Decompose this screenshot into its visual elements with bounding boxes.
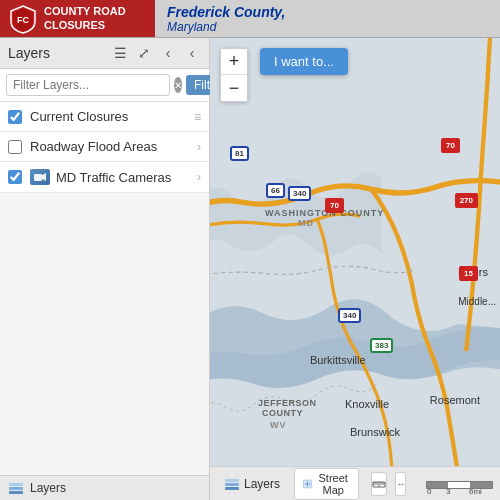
highway-70-badge2: 70 — [441, 138, 460, 153]
highway-270-badge: 270 — [455, 193, 478, 208]
app-logo-icon: FC — [8, 4, 38, 34]
chevron-right-icon: › — [197, 140, 201, 154]
county-title: Frederick County, Maryland — [167, 4, 286, 34]
street-map-icon — [303, 477, 312, 491]
layer-label-roadway-flood: Roadway Flood Areas — [30, 139, 193, 154]
layers-stack-icon — [8, 480, 24, 496]
svg-text:0: 0 — [427, 487, 432, 494]
chevron-right-icon-2: › — [197, 170, 201, 184]
svg-rect-14 — [448, 482, 470, 488]
highway-383-badge: 383 — [370, 338, 393, 353]
svg-rect-3 — [9, 491, 23, 494]
app-title: COUNTY ROAD CLOSURES — [44, 5, 126, 31]
layers-panel-title: Layers — [8, 45, 105, 61]
header-logo-section: FC COUNTY ROAD CLOSURES — [0, 0, 155, 37]
svg-rect-1 — [34, 174, 42, 181]
layers-tab-icon — [224, 476, 240, 492]
map-bottom-bar: Layers Street Map ↔ — [210, 466, 500, 500]
app-header: FC COUNTY ROAD CLOSURES Frederick County… — [0, 0, 500, 38]
street-map-label: Street Map — [316, 472, 350, 496]
camera-layer-icon — [30, 169, 50, 185]
svg-rect-4 — [9, 487, 23, 490]
collapse-left-icon[interactable]: ‹ — [159, 44, 177, 62]
sidebar-panel: Layers ☰ ⤢ ‹ ‹ ✕ Filter Current Closures… — [0, 38, 210, 500]
layers-tab-label: Layers — [30, 481, 66, 495]
highway-70-badge: 70 — [325, 198, 344, 213]
filter-bar: ✕ Filter — [0, 69, 209, 102]
highway-340-south-badge: 340 — [338, 308, 361, 323]
filter-layers-input[interactable] — [6, 74, 170, 96]
title-line2: CLOSURES — [44, 19, 126, 32]
layers-panel-header: Layers ☰ ⤢ ‹ ‹ — [0, 38, 209, 69]
county-line1: Frederick County, — [167, 4, 286, 20]
layer-item-roadway-flood[interactable]: Roadway Flood Areas › — [0, 132, 209, 162]
layers-list: Current Closures ≡ Roadway Flood Areas › — [0, 102, 209, 475]
layer-checkbox-current-closures[interactable] — [8, 110, 22, 124]
svg-text:3: 3 — [446, 487, 451, 494]
back-icon[interactable]: ‹ — [183, 44, 201, 62]
svg-rect-9 — [225, 479, 239, 482]
map-container[interactable]: + − I want to... WASHINGTON COUNTY MD JE… — [210, 38, 500, 500]
title-line1: COUNTY ROAD — [44, 5, 126, 18]
header-county-section: Frederick County, Maryland — [155, 4, 500, 34]
layer-checkbox-roadway-flood[interactable] — [8, 140, 22, 154]
measure-button[interactable]: ↔ — [395, 472, 406, 496]
drag-handle-icon: ≡ — [194, 110, 201, 124]
main-layout: Layers ☰ ⤢ ‹ ‹ ✕ Filter Current Closures… — [0, 38, 500, 500]
map-scale-bar: 0 3 6mi — [422, 474, 500, 494]
layer-item-md-traffic[interactable]: MD Traffic Cameras › — [0, 162, 209, 193]
highway-15-badge: 15 — [459, 266, 478, 281]
i-want-to-button[interactable]: I want to... — [260, 48, 348, 75]
zoom-controls: + − — [220, 48, 248, 102]
layers-tab-text: Layers — [244, 477, 280, 491]
street-map-button[interactable]: Street Map — [294, 468, 359, 500]
layer-label-current-closures: Current Closures — [30, 109, 190, 124]
ruler-icon[interactable] — [371, 472, 387, 496]
highway-81-badge: 81 — [230, 146, 249, 161]
zoom-in-button[interactable]: + — [221, 49, 247, 75]
svg-rect-8 — [225, 483, 239, 486]
layer-item-current-closures[interactable]: Current Closures ≡ — [0, 102, 209, 132]
layer-label-md-traffic: MD Traffic Cameras — [56, 170, 193, 185]
filter-clear-button[interactable]: ✕ — [174, 77, 182, 93]
svg-rect-7 — [225, 487, 239, 490]
map-background — [210, 38, 500, 500]
layers-tab-button[interactable]: Layers — [218, 473, 286, 495]
highway-66-badge: 66 — [266, 183, 285, 198]
svg-marker-2 — [42, 173, 46, 181]
svg-text:6mi: 6mi — [469, 487, 482, 494]
hamburger-menu-icon[interactable]: ☰ — [111, 44, 129, 62]
county-line2: Maryland — [167, 20, 286, 34]
svg-rect-5 — [9, 483, 23, 486]
scale-bar-svg: 0 3 6mi — [422, 474, 500, 494]
expand-icon[interactable]: ⤢ — [135, 44, 153, 62]
highway-340-badge: 340 — [288, 186, 311, 201]
sidebar-bottom-bar: Layers — [0, 475, 209, 500]
svg-text:FC: FC — [17, 15, 29, 25]
layer-checkbox-md-traffic[interactable] — [8, 170, 22, 184]
zoom-out-button[interactable]: − — [221, 75, 247, 101]
